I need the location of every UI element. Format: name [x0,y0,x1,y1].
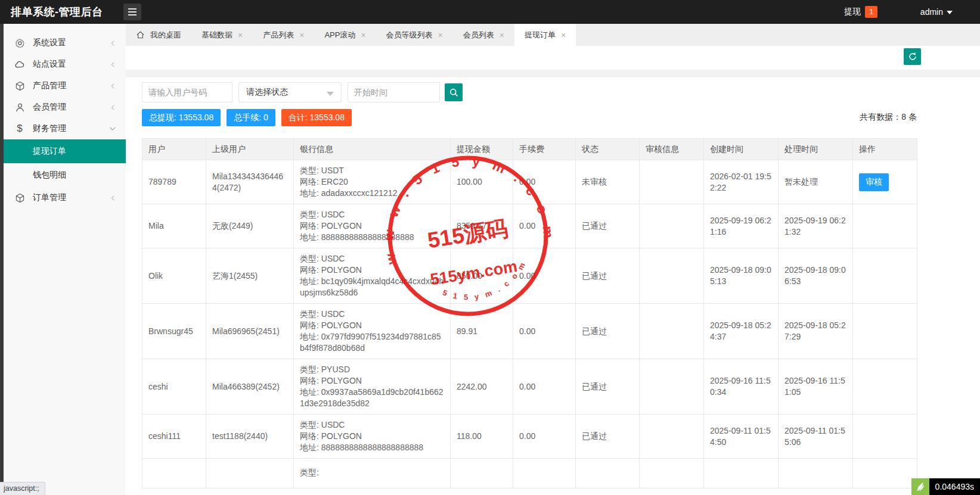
tab-close-icon[interactable]: × [561,31,566,39]
tab-1[interactable]: 基础数据× [191,24,253,46]
cell-bank-info: 类型: USDC网络: POLYGON地址: 88888888888888888… [294,415,451,459]
tab-label: 提现订单 [525,30,556,41]
cell-action [853,415,917,459]
status-select-value: 请选择状态 [246,87,288,98]
sidebar-toggle-button[interactable] [123,4,141,20]
cell-status: 已通过 [576,304,640,359]
cell-user [142,459,206,488]
cell-parent-user: 无敌(2449) [206,204,294,248]
search-button[interactable] [445,83,463,101]
table-row: Olik艺海1(2455)类型: USDC网络: POLYGON地址: bc1q… [142,248,917,304]
sidebar-subitem-4-1[interactable]: 钱包明细 [4,163,126,187]
chevron-left-icon [110,61,116,68]
cell-parent-user: Mila696965(2451) [206,304,294,359]
sidebar-item-5[interactable]: 订单管理 [4,187,126,208]
stat-button-2[interactable]: 合计: 13553.08 [281,109,352,126]
cube-icon [14,80,25,91]
cell-audit-info [640,204,704,248]
cell-amount: 2242.00 [451,359,513,415]
cell-status: 已通过 [576,204,640,248]
cell-amount: 850.00 [451,248,513,304]
column-header: 银行信息 [294,139,451,160]
bank-info-line: 网络: POLYGON [300,320,444,331]
cell-audit-info [640,459,704,488]
refresh-button[interactable] [904,48,921,65]
cell-fee: 0.00 [513,204,576,248]
execution-time: 0.046493s [929,478,980,495]
app-title: 排单系统-管理后台 [0,5,116,19]
tab-2[interactable]: 产品列表× [253,24,314,46]
cell-amount: 89.91 [451,304,513,359]
sidebar-item-0[interactable]: 系统设置 [4,32,126,54]
tab-3[interactable]: APP滚动× [314,24,376,46]
tab-close-icon[interactable]: × [500,31,504,39]
bank-info-line: 类型: USDC [300,253,444,264]
tab-close-icon[interactable]: × [238,31,243,39]
cell-parent-user: 艺海1(2455) [206,248,294,304]
cell-processed-time: 2025-09-18 09:06:53 [779,248,853,304]
sidebar-item-3[interactable]: 会员管理 [4,96,126,118]
cell-amount: 8359.17 [451,204,513,248]
main-panel: 请选择状态 总提现: 13553.08总手续: 0合计: 13553.08 共有… [126,77,980,495]
cell-user: ceshi [142,359,206,415]
tab-5[interactable]: 会员列表× [453,24,514,46]
cell-processed-time: 暂未处理 [779,160,853,204]
cell-fee: 0.00 [513,304,576,359]
cell-action [853,304,917,359]
audit-button[interactable]: 审核 [859,173,889,191]
sidebar-item-label: 订单管理 [33,192,66,203]
table-row: Brwnsugr45Mila696965(2451)类型: USDC网络: PO… [142,304,917,359]
cell-fee: 0.00 [513,160,576,204]
withdraw-notice[interactable]: 提现 1 [844,6,877,18]
start-time-input[interactable] [348,82,440,102]
cell-parent-user: Mila466389(2452) [206,359,294,415]
column-header: 手续费 [513,139,576,160]
column-header: 上级用户 [206,139,294,160]
cell-amount [451,459,513,488]
cell-status: 已通过 [576,359,640,415]
sidebar-item-1[interactable]: 站点设置 [4,54,126,75]
cell-audit-info [640,304,704,359]
cell-bank-info: 类型: USDC网络: POLYGON地址: bc1qy09k4jmxalqd4… [294,248,451,304]
column-header: 处理时间 [779,139,853,160]
record-count: 共有数据：8 条 [860,112,917,123]
thinkphp-logo-icon[interactable] [911,478,929,495]
tab-6[interactable]: 提现订单× [514,24,576,46]
cell-bank-info: 类型: USDC网络: POLYGON地址: 88888888888888888… [294,204,451,248]
user-menu[interactable]: admin [920,7,953,17]
sidebar-item-2[interactable]: 产品管理 [4,75,126,96]
cell-action [853,248,917,304]
status-select[interactable]: 请选择状态 [238,82,342,102]
stat-button-1[interactable]: 总手续: 0 [227,109,275,126]
bank-info-line: 地址: 88888888888888888888 [300,232,444,243]
tab-0[interactable]: 我的桌面 [126,24,191,46]
bank-info-line: 类型: USDC [300,309,444,320]
sidebar-item-4[interactable]: $财务管理 [4,118,126,139]
cell-bank-info: 类型: USDT网络: ERC20地址: adadaxxccxc121212 [294,160,451,204]
table-row: 789789Mila1343434364464(2472)类型: USDT网络:… [142,160,917,204]
table-row: ceshi111test1188(2440)类型: USDC网络: POLYGO… [142,415,917,459]
bank-info-line: 类型: USDC [300,209,444,220]
tab-4[interactable]: 会员等级列表× [376,24,453,46]
withdraw-count-badge: 1 [865,6,877,18]
tab-close-icon[interactable]: × [438,31,443,39]
tab-close-icon[interactable]: × [361,31,365,39]
cell-parent-user: Mila1343434364464(2472) [206,160,294,204]
cell-status [576,459,640,488]
tab-close-icon[interactable]: × [299,31,304,39]
cell-fee [513,459,576,488]
chevron-left-icon [110,40,116,46]
cell-created-time: 2025-09-18 05:24:37 [704,304,779,359]
bank-info-line: 地址: 0x797fd9907f519234d97881c85b4f9f878d… [300,331,444,354]
link-status-tooltip: javascript:; [0,482,45,495]
column-header: 状态 [576,139,640,160]
stat-button-0[interactable]: 总提现: 13553.08 [142,109,221,126]
cell-bank-info: 类型: USDC网络: POLYGON地址: 0x797fd9907f51923… [294,304,451,359]
user-number-input[interactable] [142,82,232,102]
bank-info-line: 地址: adadaxxccxc121212 [300,188,444,199]
withdraw-orders-table: 用户上级用户银行信息提现金额手续费状态审核信息创建时间处理时间操作 789789… [142,138,917,488]
cell-processed-time: 2025-09-11 01:55:06 [779,415,853,459]
sidebar-subitem-4-0[interactable]: 提现订单 [4,139,126,163]
sidebar-menu: 系统设置站点设置产品管理会员管理$财务管理提现订单钱包明细订单管理 [4,32,126,208]
cell-action [853,459,917,488]
